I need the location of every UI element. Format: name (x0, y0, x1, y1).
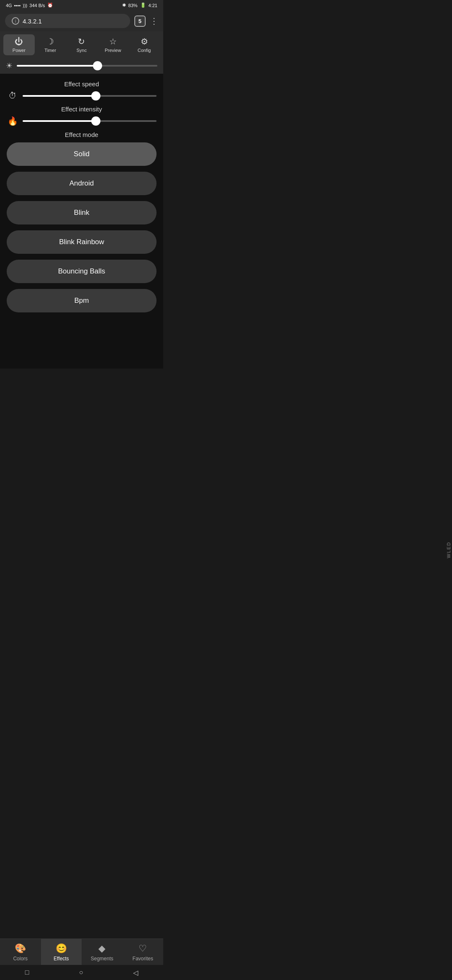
nav-sync-label: Sync (77, 48, 87, 53)
timer-icon: ☽ (46, 36, 54, 46)
wifi-icon: ))) (23, 3, 27, 8)
nav-timer-label: Timer (44, 48, 56, 53)
nav-timer[interactable]: ☽ Timer (35, 34, 66, 55)
effect-intensity-label: Effect intensity (7, 106, 157, 113)
effect-bpm-button[interactable]: Bpm (7, 289, 157, 312)
power-icon: ⏻ (15, 37, 23, 46)
battery-icon: 🔋 (140, 3, 146, 8)
effect-blink-rainbow-button[interactable]: Blink Rainbow (7, 230, 157, 254)
signal-bars: ▪▪▪▪ (14, 3, 21, 8)
alarm-icon: ⏰ (47, 3, 53, 8)
effect-mode-label: Effect mode (7, 131, 157, 138)
signal-icon: 4G (6, 3, 12, 8)
effect-speed-label: Effect speed (7, 80, 157, 88)
effect-speed-section: Effect speed ⏱ (7, 80, 157, 101)
data-speed: 344 B/s (29, 3, 45, 8)
nav-config[interactable]: ⚙ Config (128, 34, 160, 55)
effect-speed-slider[interactable] (23, 95, 157, 97)
url-text: 4.3.2.1 (23, 18, 42, 25)
intensity-icon: 🔥 (7, 116, 18, 126)
speed-icon: ⏱ (7, 91, 18, 101)
nav-power[interactable]: ⏻ Power (3, 34, 35, 55)
url-input[interactable]: i 4.3.2.1 (5, 14, 130, 28)
clock: 4:21 (149, 3, 157, 8)
brightness-slider[interactable] (17, 65, 157, 67)
status-bar: 4G ▪▪▪▪ ))) 344 B/s ⏰ ✱ 83% 🔋 4:21 (0, 0, 163, 10)
main-content: Effect speed ⏱ Effect intensity 🔥 Effect… (0, 74, 163, 369)
effect-solid-button[interactable]: Solid (7, 142, 157, 166)
tab-count-button[interactable]: 5 (134, 15, 146, 27)
effect-speed-row: ⏱ (7, 91, 157, 101)
nav-preview-label: Preview (105, 48, 121, 53)
effect-android-button[interactable]: Android (7, 172, 157, 195)
preview-icon: ☆ (109, 36, 117, 46)
info-icon: i (12, 17, 19, 25)
config-icon: ⚙ (141, 36, 148, 46)
effect-intensity-section: Effect intensity 🔥 (7, 106, 157, 126)
effect-intensity-slider[interactable] (23, 120, 157, 122)
battery-level: 83% (128, 3, 138, 8)
nav-power-label: Power (13, 48, 26, 53)
address-bar: i 4.3.2.1 5 ⋮ (0, 10, 163, 31)
brightness-icon: ☀ (6, 61, 13, 70)
effect-bouncing-balls-button[interactable]: Bouncing Balls (7, 260, 157, 283)
effect-intensity-row: 🔥 (7, 116, 157, 126)
sync-icon: ↻ (78, 36, 85, 46)
nav-sync[interactable]: ↻ Sync (66, 34, 98, 55)
bluetooth-icon: ✱ (122, 3, 126, 8)
status-right: ✱ 83% 🔋 4:21 (122, 3, 157, 8)
nav-toolbar: ⏻ Power ☽ Timer ↻ Sync ☆ Preview ⚙ Confi… (0, 31, 163, 58)
nav-preview[interactable]: ☆ Preview (97, 34, 128, 55)
menu-button[interactable]: ⋮ (150, 16, 158, 26)
effect-blink-button[interactable]: Blink (7, 201, 157, 224)
status-left: 4G ▪▪▪▪ ))) 344 B/s ⏰ (6, 3, 53, 8)
brightness-row: ☀ (0, 58, 163, 74)
nav-config-label: Config (138, 48, 151, 53)
